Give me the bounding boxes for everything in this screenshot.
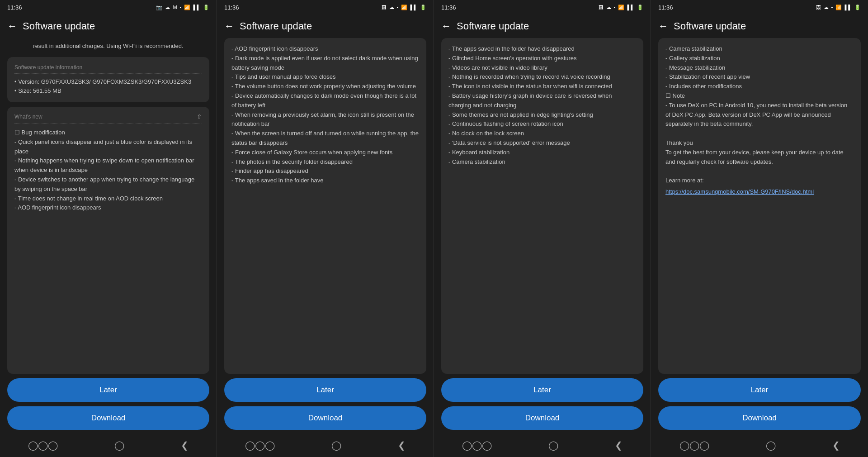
camera-icon: 📷	[156, 5, 162, 10]
top-text-1: result in additional charges. Using Wi-F…	[7, 38, 209, 52]
whats-new-card-2: - AOD fingerprint icon disappears - Dark…	[224, 38, 426, 374]
nav-bar-3: ◯◯◯ ◯ ❮	[434, 433, 651, 457]
photo-icon-4: 🖼	[816, 5, 821, 10]
dot-icon: •	[180, 5, 182, 10]
recents-icon-3[interactable]: ◯◯◯	[462, 440, 492, 451]
signal-icon: ▌▌	[193, 5, 200, 10]
dot-icon-3: •	[614, 5, 616, 10]
whats-new-title-1: What's new	[14, 114, 42, 120]
later-button-4[interactable]: Later	[658, 378, 861, 402]
cloud-icon-3: ☁	[606, 5, 611, 10]
status-time-4: 11:36	[658, 4, 673, 11]
later-button-1[interactable]: Later	[7, 378, 209, 402]
cloud-icon-4: ☁	[824, 5, 829, 10]
status-time-3: 11:36	[441, 4, 456, 11]
top-bar-1: ← Software update	[0, 14, 217, 38]
top-bar-2: ← Software update	[217, 14, 434, 38]
recents-icon-2[interactable]: ◯◯◯	[245, 440, 275, 451]
version-text: • Version: G970FXXU3ZSK3/ G970FOXM3ZSK3/…	[14, 77, 202, 87]
back-nav-icon-4[interactable]: ❮	[832, 440, 840, 451]
photo-icon-2: 🖼	[382, 5, 387, 10]
cloud-icon-2: ☁	[389, 5, 394, 10]
home-icon-1[interactable]: ◯	[114, 440, 124, 451]
status-bar-3: 11:36 🖼 ☁ • 📶 ▌▌ 🔋	[434, 0, 651, 14]
size-text: • Size: 561.55 MB	[14, 86, 202, 96]
back-nav-icon-2[interactable]: ❮	[398, 440, 406, 451]
battery-icon-2: 🔋	[420, 5, 426, 10]
phone-panel-4: 11:36 🖼 ☁ • 📶 ▌▌ 🔋 ← Software update - C…	[651, 0, 868, 457]
whats-new-body-4: - Camera stabilization - Gallery stabili…	[665, 44, 854, 186]
phone-panel-2: 11:36 🖼 ☁ • 📶 ▌▌ 🔋 ← Software update - A…	[217, 0, 434, 457]
cloud-icon: ☁	[165, 5, 170, 10]
whats-new-header-1: What's new ⇧	[14, 113, 202, 124]
back-nav-icon-1[interactable]: ❮	[181, 440, 189, 451]
status-time-1: 11:36	[7, 4, 22, 11]
whats-new-card-1: What's new ⇧ ☐ Bug modification - Quick …	[7, 107, 209, 374]
status-bar-4: 11:36 🖼 ☁ • 📶 ▌▌ 🔋	[651, 0, 868, 14]
wifi-icon: 📶	[184, 5, 190, 10]
wifi-icon-4: 📶	[835, 5, 842, 10]
top-bar-3: ← Software update	[434, 14, 651, 38]
signal-icon-4: ▌▌	[844, 5, 852, 10]
download-button-1[interactable]: Download	[7, 406, 209, 430]
status-icons-3: 🖼 ☁ • 📶 ▌▌ 🔋	[599, 5, 643, 10]
home-icon-3[interactable]: ◯	[548, 440, 558, 451]
chevron-up-icon-1[interactable]: ⇧	[197, 113, 202, 120]
wifi-icon-2: 📶	[401, 5, 407, 10]
back-button-2[interactable]: ←	[224, 20, 234, 32]
samsung-link[interactable]: https://doc.samsungmobile.com/SM-G970F/I…	[665, 188, 814, 195]
home-icon-2[interactable]: ◯	[331, 440, 341, 451]
battery-icon-3: 🔋	[637, 5, 643, 10]
whats-new-body-3: - The apps saved in the folder have disa…	[448, 44, 636, 167]
whats-new-body-2: - AOD fingerprint icon disappears - Dark…	[231, 44, 419, 186]
nav-bar-4: ◯◯◯ ◯ ❮	[651, 433, 868, 457]
content-area-2: - AOD fingerprint icon disappears - Dark…	[217, 38, 434, 374]
nav-bar-2: ◯◯◯ ◯ ❮	[217, 433, 434, 457]
recents-icon-1[interactable]: ◯◯◯	[28, 440, 58, 451]
later-button-3[interactable]: Later	[441, 378, 643, 402]
dot-icon-4: •	[831, 5, 833, 10]
status-bar-2: 11:36 🖼 ☁ • 📶 ▌▌ 🔋	[217, 0, 434, 14]
whats-new-body-1: ☐ Bug modification - Quick panel icons d…	[14, 128, 202, 213]
status-icons-2: 🖼 ☁ • 📶 ▌▌ 🔋	[382, 5, 426, 10]
top-bar-4: ← Software update	[651, 14, 868, 38]
content-area-1: result in additional charges. Using Wi-F…	[0, 38, 217, 374]
battery-icon: 🔋	[203, 5, 209, 10]
home-icon-4[interactable]: ◯	[766, 440, 776, 451]
info-card-body-1: • Version: G970FXXU3ZSK3/ G970FOXM3ZSK3/…	[14, 77, 202, 96]
nav-bar-1: ◯◯◯ ◯ ❮	[0, 433, 217, 457]
download-button-3[interactable]: Download	[441, 406, 643, 430]
button-area-2: Later Download	[217, 374, 434, 433]
download-button-2[interactable]: Download	[224, 406, 426, 430]
signal-icon-2: ▌▌	[410, 5, 417, 10]
back-button-3[interactable]: ←	[441, 20, 451, 32]
photo-icon-3: 🖼	[599, 5, 604, 10]
whats-new-card-4: - Camera stabilization - Gallery stabili…	[658, 38, 861, 374]
gmail-icon: M	[173, 5, 177, 10]
page-title-1: Software update	[23, 20, 95, 32]
phone-panel-3: 11:36 🖼 ☁ • 📶 ▌▌ 🔋 ← Software update - T…	[434, 0, 651, 457]
whats-new-card-3: - The apps saved in the folder have disa…	[441, 38, 643, 374]
recents-icon-4[interactable]: ◯◯◯	[679, 440, 709, 451]
back-nav-icon-3[interactable]: ❮	[615, 440, 623, 451]
page-title-4: Software update	[674, 20, 746, 32]
back-button-4[interactable]: ←	[658, 20, 668, 32]
download-button-4[interactable]: Download	[658, 406, 861, 430]
status-time-2: 11:36	[224, 4, 239, 11]
page-title-3: Software update	[457, 20, 529, 32]
button-area-1: Later Download	[0, 374, 217, 433]
signal-icon-3: ▌▌	[627, 5, 634, 10]
info-card-header-1: Software update information	[14, 63, 202, 74]
dot-icon-2: •	[397, 5, 399, 10]
content-area-4: - Camera stabilization - Gallery stabili…	[651, 38, 868, 374]
status-icons-4: 🖼 ☁ • 📶 ▌▌ 🔋	[816, 5, 861, 10]
later-button-2[interactable]: Later	[224, 378, 426, 402]
button-area-4: Later Download	[651, 374, 868, 433]
content-area-3: - The apps saved in the folder have disa…	[434, 38, 651, 374]
info-card-1: Software update information • Version: G…	[7, 57, 209, 103]
battery-icon-4: 🔋	[854, 5, 861, 10]
phone-panel-1: 11:36 📷 ☁ M • 📶 ▌▌ 🔋 ← Software update r…	[0, 0, 217, 457]
button-area-3: Later Download	[434, 374, 651, 433]
back-button-1[interactable]: ←	[7, 20, 17, 32]
wifi-icon-3: 📶	[618, 5, 624, 10]
